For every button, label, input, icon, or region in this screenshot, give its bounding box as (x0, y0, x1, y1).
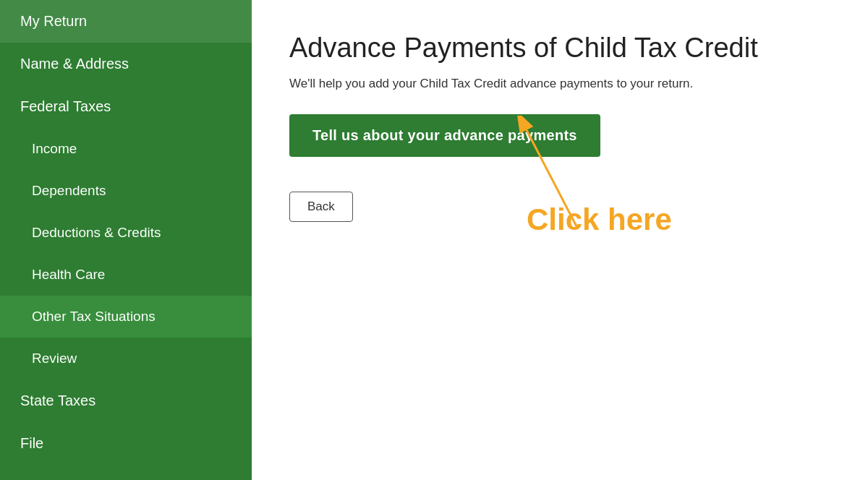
sidebar-item-review[interactable]: Review (0, 338, 252, 380)
sidebar: My ReturnName & AddressFederal TaxesInco… (0, 0, 252, 480)
sidebar-item-file[interactable]: File (0, 422, 252, 465)
sidebar-item-my-return[interactable]: My Return (0, 0, 252, 43)
sidebar-item-state-taxes[interactable]: State Taxes (0, 380, 252, 422)
main-content: Advance Payments of Child Tax Credit We'… (252, 0, 868, 480)
page-subtitle: We'll help you add your Child Tax Credit… (289, 77, 830, 91)
page-title: Advance Payments of Child Tax Credit (289, 32, 830, 65)
sidebar-item-health-care[interactable]: Health Care (0, 254, 252, 296)
sidebar-item-income[interactable]: Income (0, 128, 252, 170)
sidebar-item-dependents[interactable]: Dependents (0, 170, 252, 212)
sidebar-item-deductions-credits[interactable]: Deductions & Credits (0, 212, 252, 254)
sidebar-item-other-tax-situations[interactable]: Other Tax Situations (0, 296, 252, 338)
sidebar-item-federal-taxes[interactable]: Federal Taxes (0, 85, 252, 128)
annotation-text: Click here (527, 202, 672, 237)
sidebar-item-name-address[interactable]: Name & Address (0, 43, 252, 85)
back-button[interactable]: Back (289, 192, 353, 222)
